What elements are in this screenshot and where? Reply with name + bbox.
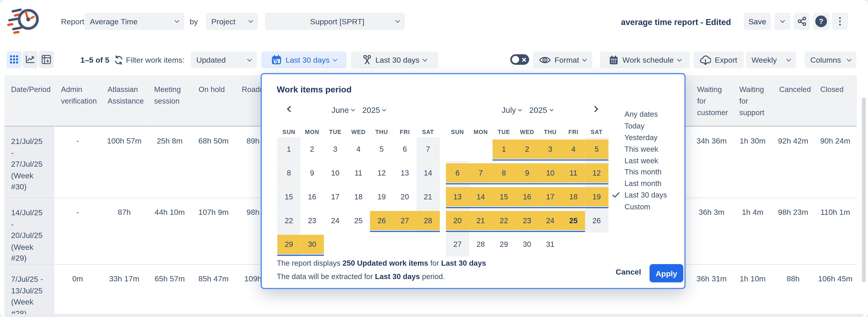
- save-button[interactable]: Save: [744, 13, 771, 30]
- calendar-day[interactable]: 17: [539, 185, 562, 209]
- calendar-day[interactable]: 19: [370, 185, 393, 209]
- calendar-day[interactable]: 6: [446, 161, 469, 185]
- save-options-button[interactable]: [774, 13, 790, 30]
- calendar-day[interactable]: 22: [492, 209, 516, 233]
- calendar-day[interactable]: 20: [393, 185, 416, 209]
- calendar-day[interactable]: 26: [370, 209, 393, 233]
- preset-this-week[interactable]: This week: [625, 143, 682, 155]
- calendar-day[interactable]: 20: [446, 209, 469, 233]
- calendar-day[interactable]: 18: [562, 185, 585, 209]
- view-chart-button[interactable]: [23, 51, 38, 68]
- calendar-day[interactable]: 12: [370, 161, 393, 185]
- horizontal-scrollbar[interactable]: [5, 314, 864, 317]
- calendar-day[interactable]: 30: [301, 233, 324, 256]
- preset-last-30-days[interactable]: Last 30 days: [625, 189, 682, 201]
- work-schedule-button[interactable]: Work schedule: [600, 51, 690, 68]
- calendar-day[interactable]: 5: [370, 137, 393, 161]
- calendar-day[interactable]: 1: [492, 137, 516, 161]
- calendar-day[interactable]: 10: [324, 161, 347, 185]
- month-select[interactable]: June: [332, 106, 354, 115]
- calendar-day[interactable]: 25: [347, 209, 370, 233]
- calendar-day[interactable]: 26: [585, 209, 608, 233]
- calendar-day[interactable]: 11: [562, 161, 585, 185]
- format-button[interactable]: Format: [533, 51, 592, 68]
- calendar-day[interactable]: 28: [416, 209, 440, 233]
- calendar-day[interactable]: 3: [324, 137, 347, 161]
- vertical-scrollbar[interactable]: [862, 97, 866, 282]
- calendar-day[interactable]: 12: [585, 161, 608, 185]
- month-select[interactable]: July: [501, 106, 521, 115]
- calendar-day[interactable]: 15: [277, 185, 301, 209]
- columns-select[interactable]: Columns: [805, 51, 857, 68]
- calendar-day[interactable]: 27: [446, 233, 469, 256]
- calendar-day[interactable]: 30: [516, 233, 539, 256]
- calendar-day[interactable]: 14: [416, 161, 440, 185]
- calendar-day[interactable]: 14: [469, 185, 492, 209]
- calendar-day[interactable]: 13: [446, 185, 469, 209]
- calendar-day[interactable]: 16: [516, 185, 539, 209]
- help-button[interactable]: ?: [813, 13, 829, 30]
- calendar-day[interactable]: 7: [469, 161, 492, 185]
- year-select[interactable]: 2025: [529, 106, 553, 115]
- export-button[interactable]: Export: [693, 51, 744, 68]
- apply-button[interactable]: Apply: [649, 264, 683, 282]
- preset-today[interactable]: Today: [625, 120, 682, 132]
- more-options-button[interactable]: [832, 13, 848, 30]
- view-pivot-button[interactable]: [39, 51, 54, 68]
- calendar-day[interactable]: 13: [393, 161, 416, 185]
- calendar-day[interactable]: 31: [539, 233, 562, 256]
- group-by-select[interactable]: Project: [206, 13, 258, 30]
- project-select[interactable]: Support [SPRT]: [265, 13, 405, 30]
- view-grid-button[interactable]: [7, 51, 22, 68]
- calendar-day[interactable]: 11: [347, 161, 370, 185]
- preset-this-month[interactable]: This month: [625, 167, 682, 178]
- calendar-day[interactable]: 1: [277, 137, 301, 161]
- calendar-day[interactable]: 23: [516, 209, 539, 233]
- trim-period-button[interactable]: Last 30 days: [351, 51, 438, 68]
- calendar-day[interactable]: 8: [277, 161, 301, 185]
- calendar-day[interactable]: 4: [562, 137, 585, 161]
- calendar-day[interactable]: 25: [562, 209, 585, 233]
- preset-yesterday[interactable]: Yesterday: [625, 132, 682, 143]
- calendar-day[interactable]: 3: [539, 137, 562, 161]
- calendar-day[interactable]: 24: [539, 209, 562, 233]
- calendar-day[interactable]: 22: [277, 209, 301, 233]
- calendar-day[interactable]: 21: [416, 185, 440, 209]
- calendar-day[interactable]: 9: [301, 161, 324, 185]
- calendar-day[interactable]: 15: [492, 185, 516, 209]
- calendar-day[interactable]: 29: [492, 233, 516, 256]
- calendar-day[interactable]: 27: [393, 209, 416, 233]
- report-type-select[interactable]: Average Time: [84, 13, 184, 30]
- calendar-day[interactable]: 21: [469, 209, 492, 233]
- calendar-day[interactable]: 28: [469, 233, 492, 256]
- work-items-period-button[interactable]: Last 30 days: [261, 51, 346, 68]
- calendar-day[interactable]: 16: [301, 185, 324, 209]
- share-button[interactable]: [794, 13, 810, 30]
- calendar-day[interactable]: 8: [492, 161, 516, 185]
- filter-field-select[interactable]: Updated: [191, 51, 257, 68]
- calendar-day[interactable]: 10: [539, 161, 562, 185]
- preset-custom[interactable]: Custom: [625, 201, 682, 213]
- calendar-day[interactable]: 2: [516, 137, 539, 161]
- calendar-day[interactable]: 29: [277, 233, 301, 256]
- refresh-button[interactable]: [113, 54, 125, 66]
- calendar-day[interactable]: 4: [347, 137, 370, 161]
- calendar-day[interactable]: 18: [347, 185, 370, 209]
- calendar-day[interactable]: 2: [301, 137, 324, 161]
- year-select[interactable]: 2025: [362, 106, 385, 115]
- calendar-day[interactable]: 24: [324, 209, 347, 233]
- calendar-day[interactable]: 23: [301, 209, 324, 233]
- interval-select[interactable]: Weekly: [746, 51, 796, 68]
- calendar-day[interactable]: 7: [416, 137, 440, 161]
- display-toggle[interactable]: [510, 54, 529, 65]
- calendar-day[interactable]: 19: [585, 185, 608, 209]
- preset-last-month[interactable]: Last month: [625, 178, 682, 189]
- calendar-day[interactable]: 5: [585, 137, 608, 161]
- calendar-day[interactable]: 9: [516, 161, 539, 185]
- calendar-day[interactable]: 17: [324, 185, 347, 209]
- cell: 34h 36m: [690, 127, 733, 198]
- preset-any-dates[interactable]: Any dates: [625, 109, 682, 120]
- cancel-button[interactable]: Cancel: [616, 268, 641, 276]
- preset-last-week[interactable]: Last week: [625, 155, 682, 167]
- calendar-day[interactable]: 6: [393, 137, 416, 161]
